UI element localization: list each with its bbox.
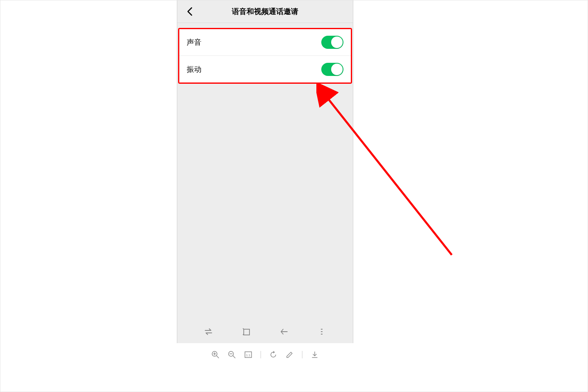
nav-back-button[interactable] xyxy=(278,326,290,337)
edit-button[interactable] xyxy=(284,349,295,360)
viewer-toolbar: 1:1 xyxy=(177,346,353,363)
svg-text:1:1: 1:1 xyxy=(246,353,251,357)
toggle-knob xyxy=(331,37,343,48)
setting-row-vibration: 振动 xyxy=(179,56,351,83)
zoom-in-icon xyxy=(211,351,220,359)
rotate-button[interactable] xyxy=(268,349,279,360)
vibration-toggle[interactable] xyxy=(321,63,343,76)
navigation-bar xyxy=(177,320,353,343)
sound-toggle[interactable] xyxy=(321,36,343,49)
phone-frame: 语音和视频通话邀请 声音 振动 xyxy=(177,0,353,343)
actual-size-button[interactable]: 1:1 xyxy=(243,349,254,360)
svg-rect-3 xyxy=(321,334,323,335)
settings-panel: 声音 振动 xyxy=(178,28,352,84)
nav-swap-button[interactable] xyxy=(203,326,214,337)
setting-label: 声音 xyxy=(187,37,201,47)
nav-menu-button[interactable] xyxy=(316,326,327,337)
zoom-out-button[interactable] xyxy=(226,349,238,360)
setting-label: 振动 xyxy=(187,64,201,74)
download-icon xyxy=(311,351,319,359)
pencil-icon xyxy=(286,351,294,359)
back-button[interactable] xyxy=(185,7,194,16)
download-button[interactable] xyxy=(309,349,320,360)
svg-rect-2 xyxy=(321,331,323,332)
one-to-one-icon: 1:1 xyxy=(244,351,252,359)
toolbar-divider xyxy=(302,351,302,358)
chevron-left-icon xyxy=(187,7,192,16)
svg-rect-0 xyxy=(244,329,249,335)
page-container: 语音和视频通话邀请 声音 振动 xyxy=(0,0,588,392)
toolbar-divider xyxy=(261,351,261,358)
setting-row-sound: 声音 xyxy=(179,29,351,56)
arrow-left-icon xyxy=(279,327,289,337)
square-icon xyxy=(242,327,251,336)
page-title: 语音和视频通话邀请 xyxy=(177,7,353,16)
svg-rect-1 xyxy=(321,329,323,330)
header-bar: 语音和视频通话邀请 xyxy=(177,0,353,23)
more-vertical-icon xyxy=(317,327,327,337)
toggle-knob xyxy=(331,64,343,75)
nav-home-button[interactable] xyxy=(240,326,252,337)
swap-icon xyxy=(204,327,213,337)
rotate-icon xyxy=(269,351,277,359)
zoom-out-icon xyxy=(228,351,236,359)
zoom-in-button[interactable] xyxy=(210,349,221,360)
